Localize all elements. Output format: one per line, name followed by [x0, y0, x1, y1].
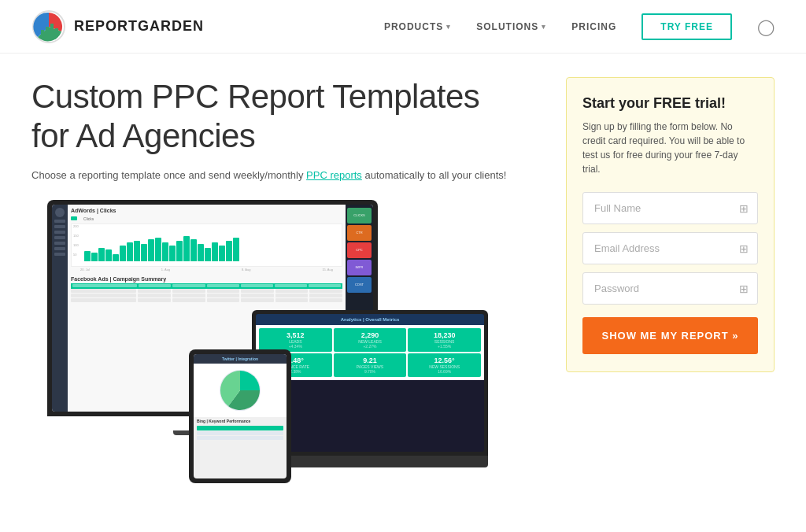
main-content: Custom PPC Report Templates for Ad Agenc…: [0, 54, 806, 515]
hero-subtitle: Choose a reporting template once and sen…: [31, 169, 542, 181]
chevron-down-icon: ▾: [446, 23, 451, 31]
chevron-down-icon: ▾: [542, 23, 546, 31]
svg-rect-3: [50, 24, 54, 36]
svg-rect-2: [46, 27, 49, 36]
tablet-mockup: Twitter | Integration Bing | Keyword Per…: [189, 349, 291, 483]
navigation: REPORTGARDEN PRODUCTS ▾ SOLUTIONS ▾ PRIC…: [0, 0, 806, 54]
chart-title: AdWords | Clicks: [71, 208, 342, 213]
full-name-field: ⊞: [582, 192, 758, 224]
ppc-reports-link[interactable]: PPC reports: [306, 169, 362, 181]
password-input[interactable]: [582, 272, 758, 305]
field-icon: ⊞: [739, 242, 749, 255]
logo-icon: [31, 9, 66, 44]
signup-description: Sign up by filling the form below. No cr…: [582, 120, 758, 176]
user-icon[interactable]: ◯: [757, 17, 775, 36]
signup-title: Start your FREE trial!: [582, 95, 758, 112]
submit-button[interactable]: SHOW ME MY REPORT »: [582, 317, 758, 354]
logo-text: REPORTGARDEN: [74, 18, 204, 35]
hero-section: Custom PPC Report Templates for Ad Agenc…: [31, 77, 542, 515]
logo[interactable]: REPORTGARDEN: [31, 9, 204, 44]
nav-solutions[interactable]: SOLUTIONS ▾: [476, 21, 546, 32]
email-field: ⊞: [582, 232, 758, 264]
svg-rect-1: [41, 30, 44, 36]
hero-title: Custom PPC Report Templates for Ad Agenc…: [31, 77, 542, 157]
password-field: ⊞: [582, 272, 758, 305]
device-mockups: AdWords | Clicks Clicks 200 150: [31, 200, 488, 515]
full-name-input[interactable]: [582, 192, 758, 224]
try-free-button[interactable]: TRY FREE: [641, 13, 732, 40]
svg-rect-4: [55, 28, 58, 36]
nav-pricing[interactable]: PRICING: [571, 21, 616, 32]
signup-section: Start your FREE trial! Sign up by fillin…: [566, 77, 775, 515]
field-icon: ⊞: [739, 283, 749, 295]
signup-box: Start your FREE trial! Sign up by fillin…: [566, 77, 775, 372]
nav-links: PRODUCTS ▾ SOLUTIONS ▾ PRICING TRY FREE …: [384, 13, 775, 40]
email-input[interactable]: [582, 232, 758, 264]
field-icon: ⊞: [739, 202, 749, 215]
nav-products[interactable]: PRODUCTS ▾: [384, 21, 451, 32]
